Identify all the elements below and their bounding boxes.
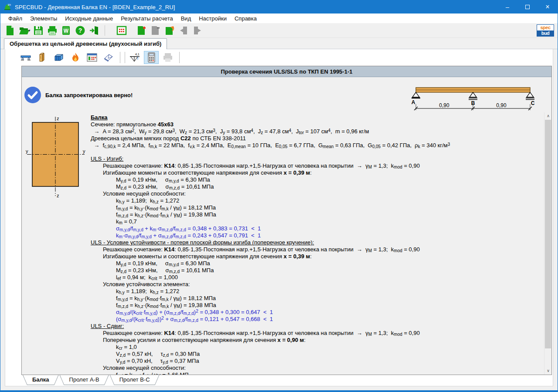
- bottom-tab-1[interactable]: Пролет A-B: [60, 375, 109, 385]
- report-line: Балка: [91, 114, 543, 121]
- menu-item-6[interactable]: Справка: [231, 14, 261, 24]
- report-text: БалкаСечение: прямоугольное 45x63 → A = …: [91, 114, 543, 375]
- document-page: 4,1 Проверка сечения ULS/SLS по ТКП EN 1…: [5, 49, 553, 386]
- report-line: Условие несущей способности:: [91, 190, 543, 197]
- svg-text:z: z: [57, 193, 59, 198]
- bottom-tab-label: Балка: [23, 375, 59, 385]
- add-element-button[interactable]: [135, 24, 149, 37]
- report-line: σm,y,d/(kcrit·fm,y,d) + (σm,z,d/fm,z,d)2…: [91, 309, 543, 316]
- menu-item-2[interactable]: Исходные данные: [61, 14, 117, 24]
- report-line: (σm,y,d/(kcrit·fm,y,d))2 + σm,z,d/fm,z,d…: [91, 316, 543, 323]
- edit-element-button[interactable]: [163, 24, 177, 37]
- svg-text:EN: EN: [8, 3, 11, 6]
- bottom-tab-2[interactable]: Пролет B-C: [110, 375, 160, 385]
- element-list-button[interactable]: [115, 24, 129, 37]
- report-line: σm,y,d/fm,y,d + km·σm,z,d/fm,z,d = 0,348…: [91, 225, 543, 232]
- check-ok-icon: [24, 87, 41, 103]
- report-line: [91, 149, 543, 155]
- app-window: EN SPECBUD - Деревянная Балка EN - [BDEN…: [0, 0, 558, 392]
- window-title: SPECBUD - Деревянная Балка EN - [BDEN_Ex…: [15, 4, 175, 10]
- svg-text:4,1: 4,1: [135, 53, 140, 56]
- report-line: Сечение: прямоугольное 45x63: [91, 121, 543, 128]
- report-line: fm,y,d = kh,y·(kmod·fm,k / γM) = 18,12 М…: [91, 295, 543, 302]
- print-button[interactable]: [45, 24, 59, 37]
- section-check-button[interactable]: [144, 51, 159, 64]
- beam-scheme-diagram: A B C 0,90 0,90: [411, 84, 537, 112]
- report-line: fm,z,d = kh,z·(kmod·fm,k / γM) = 19,38 М…: [91, 302, 543, 309]
- specbud-logo-bottom: bud: [537, 30, 554, 36]
- scrollbar-thumb[interactable]: [545, 120, 551, 348]
- menu-item-5[interactable]: Настройки: [195, 14, 231, 24]
- new-file-button[interactable]: [3, 24, 17, 37]
- report-line: kh,y = 1,189; kh,z = 1,272: [91, 197, 543, 204]
- print-report-button[interactable]: [160, 51, 175, 64]
- report-line: fv,d = kmod·fv,k / γM = 1,66 МП: [91, 372, 543, 375]
- open-file-dropdown-icon[interactable]: ▾: [28, 28, 31, 33]
- svg-text:0,90: 0,90: [496, 102, 507, 108]
- report-line: Решающее сочетание: K14: 0,85·1,35·Посто…: [91, 330, 543, 337]
- svg-text:?: ?: [78, 27, 82, 34]
- vertical-scrollbar[interactable]: ∧ ∨: [544, 112, 551, 375]
- report-line: kh,y = 1,189; kh,z = 1,272: [91, 288, 543, 295]
- save-file-button[interactable]: [31, 24, 45, 37]
- report-line: Условие несущей способности:: [91, 365, 543, 372]
- scroll-down-icon[interactable]: ∨: [544, 367, 551, 375]
- remove-element-button[interactable]: [149, 24, 163, 37]
- report-line: ULS - Сдвиг:: [91, 323, 543, 330]
- svg-text:z: z: [57, 116, 59, 121]
- report-line: Vy,d = 0,70 кН, τy,d = 0,37 МПа: [91, 358, 543, 365]
- report-line: Решающее сочетание: K14: 0,85·1,35·Посто…: [91, 246, 543, 253]
- report-line: Поперечные усилия и соответствующие напр…: [91, 337, 543, 344]
- report-line: Vz,d = 0,57 кН, τz,d = 0,30 МПа: [91, 351, 543, 358]
- beam-geometry-button[interactable]: [18, 51, 33, 64]
- menu-item-3[interactable]: Результаты расчета: [117, 14, 177, 24]
- toolbar-separator: [125, 52, 125, 63]
- report-line: fm,y,d = kh,y·(kmod·fm,k / γM) = 18,12 М…: [91, 204, 543, 211]
- toolbar-separator: [120, 52, 120, 63]
- menu-item-0[interactable]: Файл: [4, 14, 26, 24]
- bottom-tab-0[interactable]: Балка: [23, 375, 59, 385]
- report-line: ULS - Изгиб:: [91, 155, 543, 162]
- maximize-button[interactable]: [517, 0, 538, 14]
- toolbar-separator: [105, 25, 105, 36]
- report-line: ULS - Условие устойчивости - потеря плос…: [91, 239, 543, 246]
- export-word-button[interactable]: W: [59, 24, 73, 37]
- report-line: Mz,d = 0,23 кНм, σm,z,d = 10,61 МПа: [91, 267, 543, 274]
- fire-design-button[interactable]: [68, 51, 83, 64]
- svg-text:y: y: [83, 149, 85, 154]
- menu-item-1[interactable]: Элементы: [26, 14, 61, 24]
- main-toolbar: ▾ W ? spec bud: [0, 24, 558, 38]
- document-tab[interactable]: Обрешетка из цельной древесины (двухосны…: [4, 38, 167, 49]
- report-status-area: Балка запроектирована верно! A B C: [22, 77, 551, 112]
- report-line: Mz,d = 0,23 кНм, σm,z,d = 10,61 МПа: [91, 183, 543, 190]
- previous-element-button[interactable]: [177, 24, 191, 37]
- bottom-tab-label: Пролет B-C: [110, 375, 160, 385]
- report-line: Древесина цельная мягких пород C22 по СТ…: [91, 135, 543, 142]
- exit-button[interactable]: [87, 24, 101, 37]
- menu-item-4[interactable]: Вид: [177, 14, 195, 24]
- report-header: Проверка сечения ULS/SLS по ТКП EN 1995-…: [22, 66, 551, 77]
- eraser-button[interactable]: [101, 51, 116, 64]
- report-line: kcr = 1,0: [91, 344, 543, 351]
- report-line: My,d = 0,19 кНм, σm,y,d = 6,30 МПа: [91, 260, 543, 267]
- report-line: lef = 0,94 м; kcrit = 1,000: [91, 274, 543, 281]
- app-icon: EN: [3, 3, 11, 11]
- report-line: Условие устойчивости элемента:: [91, 281, 543, 288]
- svg-text:A: A: [412, 99, 415, 105]
- specbud-logo: spec bud: [537, 24, 554, 37]
- cross-section-figure: z z y y: [25, 115, 86, 199]
- document-tabstrip: Обрешетка из цельной древесины (двухосны…: [0, 38, 558, 49]
- next-element-button[interactable]: [191, 24, 204, 37]
- timber-section-button[interactable]: [35, 51, 50, 64]
- specbud-logo-top: spec: [537, 25, 554, 30]
- help-button[interactable]: ?: [73, 24, 87, 37]
- scroll-up-icon[interactable]: ∧: [544, 112, 551, 120]
- close-button[interactable]: ×: [538, 0, 558, 14]
- minimize-button[interactable]: –: [497, 0, 517, 14]
- results-diagrams-button[interactable]: 4,1: [127, 51, 142, 64]
- report-line: Изгибающие моменты и соответствующие нап…: [91, 253, 543, 260]
- calculation-options-button[interactable]: [85, 51, 99, 64]
- report-frame: Проверка сечения ULS/SLS по ТКП EN 1995-…: [21, 66, 552, 375]
- material-button[interactable]: [51, 51, 66, 64]
- svg-text:y: y: [26, 149, 28, 154]
